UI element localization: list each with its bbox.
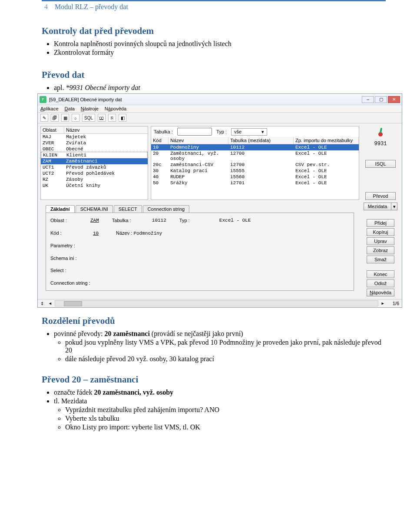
list-item: pokud jsou vyplněny listy VMS a VPK, pak… <box>65 339 386 354</box>
value-oblast: ZAM <box>90 218 99 223</box>
status-record: 1/6 <box>393 301 399 306</box>
maximize-button[interactable]: ▢ <box>375 96 387 103</box>
menu-aplikace[interactable]: Aplikace <box>40 106 59 111</box>
left-grid: Oblast Název MAJMajetekZVERZvířataOBECOb… <box>40 126 148 200</box>
table-row[interactable]: 20czaměstnanci-CSVi2700CSV pev.str. <box>151 162 359 168</box>
table-row[interactable]: UCT2Převod pohledávek <box>41 170 148 176</box>
list-item: Okno Listy pro import: vyberte list VMS,… <box>65 423 386 431</box>
list-prevod20: označte řádek 20 zaměstnanci, vyž. osoby… <box>54 389 386 405</box>
table-row[interactable]: 50Srážkyi2701Excel - OLE <box>151 180 359 186</box>
toolbar-icon[interactable]: 🕮 <box>98 114 106 122</box>
app-number: 9931 <box>374 141 387 147</box>
label-schema: Schema ini : <box>50 256 90 261</box>
minimize-button[interactable]: – <box>362 96 374 103</box>
pridej-button[interactable]: Přidej <box>367 219 394 227</box>
mid-top-filters: Tabulka : Typ : vše ▾ <box>151 126 359 137</box>
mezidata-dropdown[interactable]: ▾ <box>391 203 397 210</box>
mezidata-button[interactable]: Mezidata <box>364 203 391 210</box>
value-kod: 10 <box>93 231 110 236</box>
table-row[interactable]: 20Zaměstnanci, vyž. osobyi2700Excel - OL… <box>151 150 359 162</box>
zobraz-button[interactable]: Zobraz <box>367 246 394 254</box>
toolbar-icon[interactable]: SQL <box>82 114 95 122</box>
kopiruj-button[interactable]: Kopíruj <box>367 228 394 236</box>
value-typ: Excel - OLE <box>219 218 251 223</box>
table-row[interactable]: OBECObecné <box>41 146 148 152</box>
tabs-row: Základní SCHEMA.INI SELECT Connection st… <box>43 205 357 213</box>
menu-napoveda[interactable]: Nápověda <box>105 106 126 111</box>
toolbar-icon[interactable]: ▦ <box>61 114 69 122</box>
label-conn: Connection string : <box>50 280 90 286</box>
table-row[interactable]: UKÚčetní knihy <box>41 183 148 189</box>
toolbar: ✎ 🗐 ▦ ⌕ SQL 🕮 ⎘ ◧ <box>38 113 402 123</box>
chevron-down-icon: ▾ <box>261 129 264 135</box>
toolbar-icon[interactable]: ⎘ <box>108 114 116 122</box>
heading-prevod20: Převod 20 – zaměstnanci <box>42 374 386 385</box>
table-row[interactable]: 30Katalog pracíi5555Excel - OLE <box>151 168 359 174</box>
table-row[interactable]: 10Podmnožinyi0112Excel - OLE <box>151 144 359 150</box>
side-buttons: Mezidata ▾ Přidej Kopíruj Uprav Zobraz S… <box>362 203 399 296</box>
tab-select[interactable]: SELECT <box>114 205 142 213</box>
menu-nastroje[interactable]: Nástroje <box>81 106 99 111</box>
list-item: Vyberte xls tabulku <box>65 415 386 422</box>
label-parametry: Parametry : <box>50 243 90 248</box>
label-tabulka2: Tabulka : <box>112 218 149 223</box>
statusbar: ⇕ ◄ ► 1/6 <box>38 299 402 307</box>
tab-schema[interactable]: SCHEMA.INI <box>76 205 113 213</box>
arrows-icon[interactable]: ⇕ <box>40 301 44 306</box>
cherry-icon <box>374 126 387 138</box>
label-kod: Kód : <box>50 230 90 236</box>
scrollbar-horizontal[interactable] <box>55 300 378 306</box>
odloz-button[interactable]: Odlož <box>367 279 394 287</box>
detail-panel: Oblast : ZAM Tabulka : i0112 Typ : Excel… <box>46 213 354 291</box>
uprav-button[interactable]: Uprav <box>367 237 394 245</box>
window-title: [59_DEALER] Obecné importy dat <box>49 97 362 102</box>
tab-zakladni[interactable]: Základní <box>46 205 75 213</box>
list-rozdeleni: povinné převody: 20 zaměstnanci (provádí… <box>54 330 386 338</box>
napoveda-button[interactable]: Nápověda <box>367 289 394 296</box>
label-nazev: Název : <box>116 230 132 236</box>
list-kontroly: Kontrola naplněnosti povinných sloupců n… <box>54 40 386 57</box>
list-item: dále následuje převod 20 vyž. osoby, 30 … <box>65 355 386 363</box>
mid-grid: Tabulka : Typ : vše ▾ Kód Název Tabulka … <box>151 126 359 200</box>
konec-button[interactable]: Konec <box>367 270 394 278</box>
toolbar-icon[interactable]: ✎ <box>40 114 48 122</box>
label-select: Select : <box>50 268 90 273</box>
dropdown-typ[interactable]: vše ▾ <box>231 128 267 136</box>
toolbar-icon[interactable]: ⌕ <box>72 114 79 122</box>
table-row[interactable]: 40RUDEPi5560Excel - OLE <box>151 174 359 180</box>
page-title: Modul RLZ – převody dat <box>55 3 128 11</box>
mid-grid-header: Kód Název Tabulka (mezidata) Zp. importu… <box>151 137 359 144</box>
isql-button[interactable]: ISQL <box>365 160 396 168</box>
toolbar-icon[interactable]: ◧ <box>119 114 126 122</box>
table-row[interactable]: RZZásoby <box>41 176 148 183</box>
smaz-button[interactable]: Smaž <box>367 256 394 263</box>
list-item: Kontrola naplněnosti povinných sloupců n… <box>54 40 386 48</box>
value-nazev: Podmnožiny <box>133 231 162 236</box>
menu-data[interactable]: Data <box>65 106 75 111</box>
table-row[interactable]: MAJMajetek <box>41 134 148 140</box>
tab-conn[interactable]: Connection string <box>143 205 190 213</box>
menubar: Aplikace Data Nástroje Nápověda <box>38 105 402 113</box>
label-oblast: Oblast : <box>50 218 88 223</box>
left-grid-header: Oblast Název <box>41 126 148 134</box>
titlebar: F [59_DEALER] Obecné importy dat – ▢ ✕ <box>38 94 402 105</box>
heading-rozdeleni: Rozdělení převodů <box>42 316 386 326</box>
list-item: označte řádek 20 zaměstnanci, vyž. osoby <box>54 389 386 396</box>
value-tabulka: i0112 <box>152 218 166 223</box>
page-header: 4 Modul RLZ – převody dat <box>42 0 386 18</box>
list-item: tl. Mezidata <box>54 397 386 405</box>
heading-prevod-dat: Převod dat <box>42 70 386 80</box>
table-row[interactable]: UCT1Převod závazků <box>41 164 148 170</box>
toolbar-icon[interactable]: 🗐 <box>51 114 59 122</box>
close-button[interactable]: ✕ <box>388 96 400 103</box>
list-item: apl. apl. *9931 Obecné importy dat*9931 … <box>54 84 386 92</box>
app-window: F [59_DEALER] Obecné importy dat – ▢ ✕ A… <box>37 93 402 308</box>
table-row[interactable]: ZAMZaměstnanci <box>41 158 148 164</box>
label-tabulka: Tabulka : <box>154 129 173 134</box>
label-typ2: Typ : <box>179 218 217 223</box>
input-tabulka[interactable] <box>177 128 212 136</box>
table-row[interactable]: ZVERZvířata <box>41 140 148 146</box>
prevod-button[interactable]: Převod <box>365 192 396 200</box>
list-prevod20-sub: Vyprázdnit mezitabulku před zahájením im… <box>65 406 386 431</box>
table-row[interactable]: KLIENKlienti <box>41 152 148 159</box>
